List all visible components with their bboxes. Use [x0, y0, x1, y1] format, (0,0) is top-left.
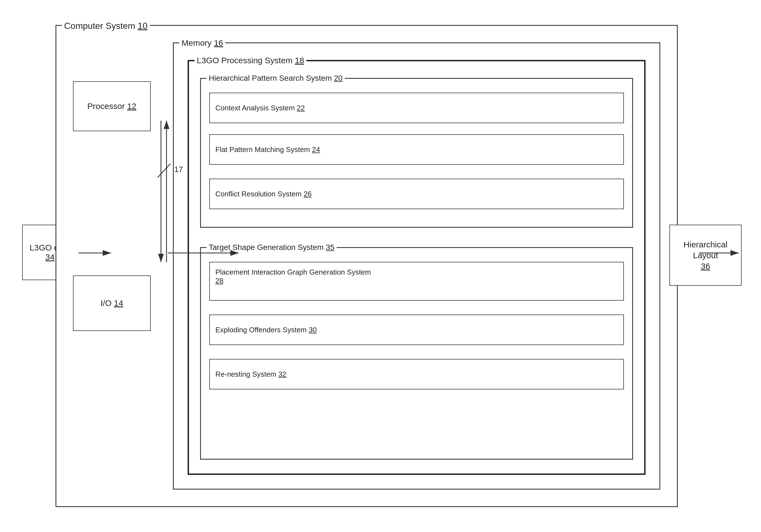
renesting-box: Re-nesting System 32: [209, 359, 624, 390]
io-label: I/O 14: [100, 298, 123, 308]
l3go-processing-label: L3GO Processing System 18: [195, 56, 306, 65]
context-analysis-label: Context Analysis System 22: [215, 104, 305, 112]
placement-interaction-box: Placement Interaction Graph Generation S…: [209, 262, 624, 301]
hpss-box: Hierarchical Pattern Search System 20 Co…: [200, 78, 633, 228]
memory-box: Memory 16 L3GO Processing System 18 Hier…: [173, 42, 660, 490]
l3go-data-number: 34: [45, 252, 54, 262]
flat-pattern-label: Flat Pattern Matching System 24: [215, 145, 320, 154]
flat-pattern-box: Flat Pattern Matching System 24: [209, 134, 624, 165]
hierarchical-layout-label: Hierarchical Layout 36: [670, 239, 741, 272]
processor-label: Processor 12: [88, 101, 137, 111]
hierarchical-layout-box: Hierarchical Layout 36: [670, 225, 741, 286]
diagram-container: L3GO data 34 Computer System 10 Processo…: [22, 14, 739, 518]
computer-system-box: Computer System 10 Processor 12 I/O 14 M…: [55, 25, 678, 507]
hpss-label: Hierarchical Pattern Search System 20: [206, 74, 345, 83]
conflict-resolution-box: Conflict Resolution System 26: [209, 179, 624, 209]
conflict-resolution-label: Conflict Resolution System 26: [215, 190, 312, 198]
bus-number-label: 17: [174, 165, 183, 174]
computer-system-label: Computer System 10: [62, 21, 150, 31]
exploding-offenders-label: Exploding Offenders System 30: [215, 326, 317, 334]
processor-box: Processor 12: [73, 81, 151, 131]
placement-interaction-label: Placement Interaction Graph Generation S…: [215, 268, 371, 285]
memory-label: Memory 16: [179, 38, 225, 48]
tsgs-box: Target Shape Generation System 35 Placem…: [200, 247, 633, 459]
exploding-offenders-box: Exploding Offenders System 30: [209, 315, 624, 345]
context-analysis-box: Context Analysis System 22: [209, 93, 624, 123]
io-box: I/O 14: [73, 275, 151, 331]
l3go-processing-box: L3GO Processing System 18 Hierarchical P…: [188, 60, 646, 475]
tsgs-label: Target Shape Generation System 35: [206, 243, 337, 252]
renesting-label: Re-nesting System 32: [215, 370, 286, 379]
